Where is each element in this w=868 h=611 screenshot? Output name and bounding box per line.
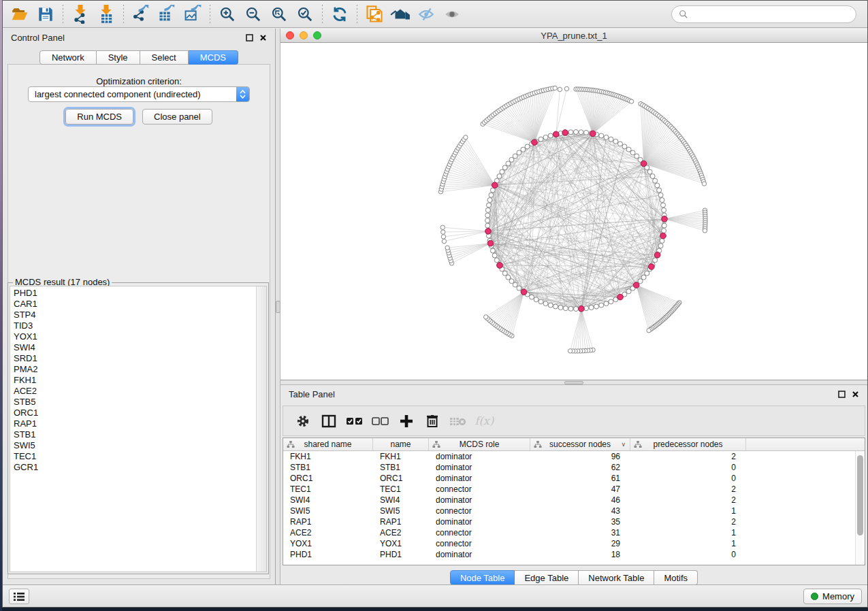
network-node[interactable]	[647, 169, 652, 174]
network-node[interactable]	[563, 306, 568, 311]
mcds-hub-node[interactable]	[497, 263, 503, 269]
mcds-hub-node[interactable]	[553, 131, 559, 137]
mcds-result-item[interactable]: TEC1	[14, 451, 256, 462]
network-node[interactable]	[653, 178, 658, 183]
network-node[interactable]	[626, 289, 631, 294]
cell-shared-name[interactable]: YOX1	[283, 538, 373, 549]
close-panel-icon[interactable]	[852, 391, 859, 398]
column-header-name[interactable]: name	[373, 438, 429, 450]
hide-columns-button[interactable]	[369, 410, 392, 433]
leaf-node[interactable]	[483, 315, 487, 319]
network-node[interactable]	[548, 133, 553, 138]
cell-name[interactable]: RAP1	[373, 516, 429, 527]
leaf-node[interactable]	[442, 239, 446, 243]
network-node[interactable]	[579, 130, 583, 135]
cell-predecessor-nodes[interactable]: 0	[630, 473, 746, 484]
mcds-hub-node[interactable]	[649, 264, 655, 270]
result-list-scrollbar[interactable]	[256, 286, 266, 572]
zoom-out-button[interactable]	[240, 3, 266, 25]
mcds-hub-node[interactable]	[485, 229, 492, 235]
optimization-criterion-select[interactable]: largest connected component (undirected)	[28, 86, 250, 102]
network-node[interactable]	[492, 253, 497, 258]
network-node[interactable]	[604, 135, 609, 139]
leaf-node[interactable]	[553, 86, 557, 90]
cell-predecessor-nodes[interactable]: 1	[630, 527, 746, 538]
leaf-node[interactable]	[464, 135, 468, 139]
network-node[interactable]	[513, 154, 517, 159]
import-table-button[interactable]	[93, 3, 119, 25]
mcds-result-item[interactable]: YOX1	[14, 331, 256, 342]
network-node[interactable]	[543, 301, 548, 306]
network-node[interactable]	[548, 303, 553, 308]
network-node[interactable]	[485, 213, 490, 218]
network-node[interactable]	[543, 135, 548, 139]
cell-name[interactable]: SWI5	[373, 506, 429, 516]
network-node[interactable]	[558, 306, 563, 310]
cell-predecessor-nodes[interactable]: 1	[630, 506, 746, 516]
table-row[interactable]: TEC1TEC1connector472	[283, 484, 865, 495]
cell-MCDS-role[interactable]: dominator	[429, 451, 530, 462]
network-node[interactable]	[534, 297, 539, 302]
mcds-hub-node[interactable]	[492, 182, 498, 188]
network-node[interactable]	[662, 223, 666, 228]
network-node[interactable]	[630, 150, 635, 155]
cell-predecessor-nodes[interactable]: 0	[630, 462, 746, 473]
float-window-icon[interactable]	[246, 34, 253, 42]
mcds-hub-node[interactable]	[617, 294, 624, 300]
cell-shared-name[interactable]: RAP1	[283, 516, 373, 527]
zoom-fit-button[interactable]	[266, 3, 292, 25]
task-history-button[interactable]	[9, 589, 29, 604]
export-image-button[interactable]	[180, 3, 206, 25]
column-header-successor-nodes[interactable]: successor nodes∨	[530, 438, 630, 450]
mcds-result-item[interactable]: CAR1	[14, 299, 256, 310]
mcds-result-item[interactable]: STB5	[14, 397, 256, 408]
vertical-splitter[interactable]	[276, 29, 280, 584]
mcds-result-item[interactable]: SRD1	[14, 353, 256, 364]
network-node[interactable]	[657, 188, 662, 193]
cell-predecessor-nodes[interactable]: 0	[630, 549, 746, 560]
mcds-hub-node[interactable]	[633, 282, 639, 288]
cell-shared-name[interactable]: STB1	[283, 462, 373, 473]
network-node[interactable]	[517, 150, 521, 155]
mcds-result-item[interactable]: ACE2	[14, 386, 256, 397]
cell-successor-nodes[interactable]: 18	[530, 549, 630, 560]
mcds-result-list[interactable]: PHD1CAR1STP4TID3YOX1SWI4SRD1PMA2FKH1ACE2…	[10, 286, 267, 572]
mcds-result-item[interactable]: STB1	[14, 429, 256, 440]
network-node[interactable]	[574, 130, 579, 135]
cell-name[interactable]: YOX1	[373, 538, 429, 549]
mcds-result-item[interactable]: STP4	[14, 310, 256, 320]
network-node[interactable]	[660, 238, 664, 243]
cell-shared-name[interactable]: FKH1	[283, 451, 373, 462]
cell-successor-nodes[interactable]: 35	[530, 516, 630, 527]
close-panel-button[interactable]: Close panel	[142, 109, 212, 125]
leaf-node[interactable]	[702, 182, 706, 186]
network-node[interactable]	[661, 203, 666, 208]
export-network-button[interactable]	[128, 3, 154, 25]
create-column-button[interactable]	[395, 410, 418, 433]
splitter-grip[interactable]	[564, 381, 583, 384]
network-node[interactable]	[634, 154, 639, 159]
network-node[interactable]	[653, 258, 658, 263]
network-node[interactable]	[497, 174, 502, 179]
mcds-result-item[interactable]: ORC1	[14, 408, 256, 418]
leaf-node[interactable]	[647, 329, 651, 333]
network-node[interactable]	[513, 282, 517, 287]
mcds-hub-node[interactable]	[662, 216, 668, 222]
maximize-window-button[interactable]	[313, 31, 321, 39]
network-node[interactable]	[626, 147, 631, 152]
network-node[interactable]	[525, 144, 530, 149]
cell-MCDS-role[interactable]: connector	[429, 527, 530, 538]
mcds-hub-node[interactable]	[641, 161, 647, 167]
network-node[interactable]	[662, 208, 666, 212]
cell-successor-nodes[interactable]: 96	[530, 451, 630, 462]
cell-MCDS-role[interactable]: dominator	[429, 549, 530, 560]
cell-MCDS-role[interactable]: dominator	[429, 495, 530, 506]
table-settings-button[interactable]	[291, 410, 315, 433]
network-node[interactable]	[622, 144, 627, 149]
mcds-result-item[interactable]: SWI5	[14, 440, 256, 451]
network-node[interactable]	[658, 244, 663, 248]
network-node[interactable]	[609, 137, 613, 142]
run-mcds-button[interactable]: Run MCDS	[65, 109, 133, 125]
network-node[interactable]	[594, 304, 598, 309]
network-node[interactable]	[506, 161, 511, 166]
